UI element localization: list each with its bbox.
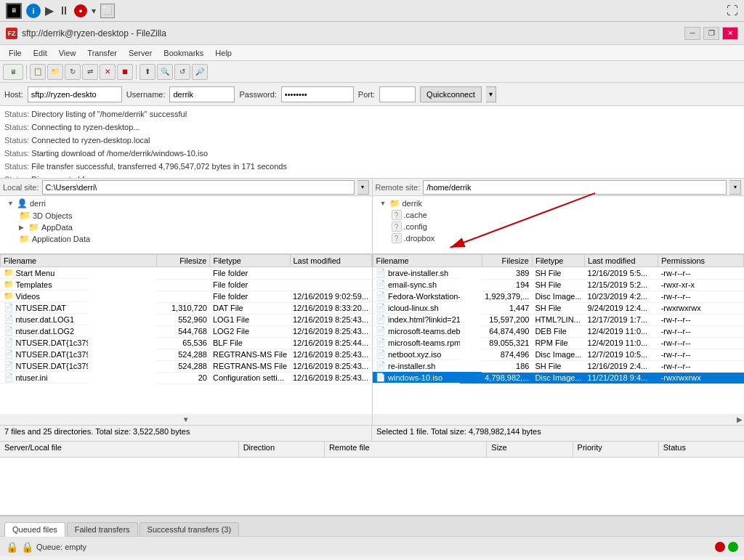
menu-help[interactable]: Help (209, 47, 238, 59)
host-input[interactable] (28, 86, 122, 102)
local-file-row[interactable]: 📄NTUSER.DAT 1,310,720 DAT File 12/16/201… (1, 302, 372, 314)
port-input[interactable] (379, 86, 416, 102)
remote-file-row[interactable]: 📄brave-installer.sh 389 SH File 12/16/20… (373, 267, 744, 280)
remote-file-row[interactable]: 📄email-sync.sh 194 SH File 12/15/2019 5:… (373, 279, 744, 291)
local-file-row[interactable]: 📁Start Menu File folder (1, 267, 372, 280)
menu-bookmarks[interactable]: Bookmarks (158, 47, 209, 59)
col-filesize-remote[interactable]: Filesize (482, 255, 532, 267)
local-file-row[interactable]: 📁Videos File folder 12/16/2019 9:02:59..… (1, 291, 372, 302)
local-file-row[interactable]: 📄NTUSER.DAT{1c3790b4-b... 524,288 REGTRA… (1, 360, 372, 372)
remote-tree-item[interactable]: ? .config (374, 221, 743, 232)
remote-file-row[interactable]: 📄re-installer.sh 186 SH File 12/16/2019 … (373, 360, 744, 372)
local-scroll-down[interactable]: ▼ (0, 414, 372, 425)
tab-failed-transfers[interactable]: Failed transfers (67, 522, 138, 536)
local-tree-item[interactable]: ▶ 📁 AppData (1, 222, 371, 233)
remote-tree-item[interactable]: ▼ 📁 derrik (374, 198, 743, 209)
tab-successful-transfers[interactable]: Successful transfers (3) (140, 522, 240, 536)
quickconnect-dropdown[interactable]: ▾ (486, 86, 496, 102)
menu-view[interactable]: View (53, 47, 82, 59)
local-site-path[interactable] (42, 180, 355, 195)
local-tree-item[interactable]: 📁 3D Objects (1, 209, 371, 222)
menu-transfer[interactable]: Transfer (81, 47, 123, 59)
col-filetype-remote[interactable]: Filetype (532, 255, 584, 267)
toolbar-refresh[interactable]: ↻ (65, 64, 81, 80)
file-icon: 📄 (4, 361, 14, 370)
minimize-button[interactable]: ─ (684, 27, 700, 40)
status-panel: Status: Directory listing of "/home/derr… (0, 106, 744, 179)
local-file-row[interactable]: 📄NTUSER.DAT{1c3790b4-b... 524,288 REGTRA… (1, 349, 372, 360)
close-button[interactable]: ✕ (722, 27, 738, 40)
remote-file-row[interactable]: 📄microsoft-teams.deb 64,874,490 DEB File… (373, 325, 744, 337)
file-icon: 📄 (4, 338, 14, 347)
remote-file-row[interactable]: 📄microsoft-teams.rpm 89,055,321 RPM File… (373, 337, 744, 349)
toolbar-upload[interactable]: ⬆ (140, 64, 155, 80)
remote-file-row[interactable]: 📄index.html?linkid=211... 15,597,200 HTM… (373, 314, 744, 325)
remote-file-row[interactable]: 📄netboot.xyz.iso 874,496 Disc Image... 1… (373, 349, 744, 360)
maximize-os-icon[interactable]: ⛶ (727, 4, 738, 17)
transfer-col-size[interactable]: Size (487, 442, 573, 457)
remote-file-row[interactable]: 📄icloud-linux.sh 1,447 SH File 9/24/2019… (373, 302, 744, 314)
local-file-row[interactable]: 📄ntuser.dat.LOG2 544,768 LOG2 File 12/16… (1, 325, 372, 337)
toolbar-new-site-manager[interactable]: 🖥 (3, 64, 23, 80)
play-icon[interactable]: ▶ (45, 4, 54, 17)
file-icon: 📄 (376, 349, 386, 359)
status-row: Status: File transfer successful, transf… (4, 160, 740, 173)
menu-edit[interactable]: Edit (28, 47, 53, 59)
status-row: Status: Disconnected from server (4, 173, 740, 179)
local-site-dropdown[interactable]: ▾ (357, 180, 369, 195)
remote-file-row[interactable]: 📄windows-10.iso 4,798,982,... Disc Image… (373, 372, 744, 384)
file-icon: 📁 (4, 280, 14, 289)
toolbar-open-filelist[interactable]: 📁 (47, 64, 63, 80)
remote-file-row[interactable]: 📄Fedora-Workstation-L... 1,929,379,... D… (373, 291, 744, 302)
col-modified-remote[interactable]: Last modified (585, 255, 658, 267)
toolbar-site-manager[interactable]: 📋 (30, 64, 46, 80)
local-file-row[interactable]: 📄ntuser.dat.LOG1 552,960 LOG1 File 12/16… (1, 314, 372, 325)
local-file-row[interactable]: 📁Templates File folder (1, 279, 372, 291)
transfer-col-status[interactable]: Status (659, 442, 744, 457)
stop-icon[interactable]: ● (74, 4, 87, 17)
pause-icon[interactable]: ⏸ (58, 4, 70, 17)
remote-tree-item[interactable]: ? .cache (374, 209, 743, 221)
dropdown-arrow-icon[interactable]: ▾ (92, 6, 96, 16)
col-filename-local[interactable]: Filename (1, 255, 157, 267)
toolbar-sync[interactable]: ↺ (174, 64, 190, 80)
local-file-row[interactable]: 📄ntuser.ini 20 Configuration setti... 12… (1, 372, 372, 384)
toolbar-find[interactable]: 🔎 (192, 64, 208, 80)
toolbar-disconnect[interactable]: ⏹ (117, 64, 133, 80)
transfer-col-priority[interactable]: Priority (573, 442, 659, 457)
transfer-col-remote-file[interactable]: Remote file (325, 442, 487, 457)
tab-queued-files[interactable]: Queued files (4, 522, 65, 537)
menu-file[interactable]: File (3, 47, 28, 59)
bottom-status-bar: 🔒 🔒 Queue: empty (0, 536, 744, 556)
remote-site-label: Remote site: (376, 183, 421, 192)
restore-button[interactable]: ❐ (703, 27, 719, 40)
info-icon: i (26, 4, 41, 18)
menu-server[interactable]: Server (123, 47, 158, 59)
toolbar-search[interactable]: 🔍 (157, 64, 173, 80)
local-tree-item[interactable]: 📁 Application Data (1, 233, 371, 245)
bottom-tabs: Queued files Failed transfers Successful… (0, 516, 744, 536)
local-file-panel: Local site: ▾ ▼ 👤 derri 📁 3D Objects ▶ 📁 (0, 179, 373, 425)
password-input[interactable] (281, 86, 354, 102)
toolbar-cancel[interactable]: ✕ (100, 64, 116, 80)
file-icon: 📄 (4, 326, 14, 336)
col-permissions-remote[interactable]: Permissions (658, 255, 744, 267)
local-file-row[interactable]: 📄NTUSER.DAT{1c3790b4-b... 65,536 BLF Fil… (1, 337, 372, 349)
file-icon: 📄 (376, 338, 386, 347)
col-modified-local[interactable]: Last modified (290, 255, 371, 267)
remote-site-dropdown[interactable]: ▾ (729, 180, 741, 195)
quickconnect-button[interactable]: Quickconnect (420, 86, 482, 102)
toolbar-toggle-comparison[interactable]: ⇌ (82, 64, 98, 80)
file-icon: 📄 (376, 268, 386, 277)
remote-tree-item[interactable]: ? .dropbox (374, 232, 743, 244)
col-filesize-local[interactable]: Filesize (156, 255, 210, 267)
local-tree-item[interactable]: ▼ 👤 derri (1, 198, 371, 209)
remote-site-path[interactable] (423, 180, 727, 195)
transfer-col-server-file[interactable]: Server/Local file (0, 442, 239, 457)
remote-scroll-right[interactable]: ▶ (373, 414, 745, 425)
disconnect-icon[interactable]: ⬜ (100, 4, 115, 18)
transfer-col-direction[interactable]: Direction (239, 442, 325, 457)
col-filename-remote[interactable]: Filename (373, 255, 482, 267)
username-input[interactable] (169, 86, 235, 102)
col-filetype-local[interactable]: Filetype (210, 255, 290, 267)
